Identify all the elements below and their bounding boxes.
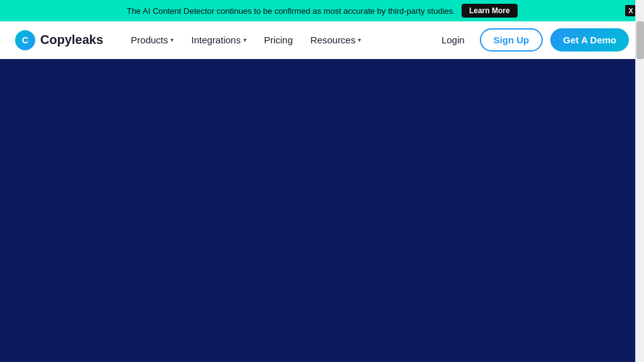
navbar: C Copyleaks Products ▾ Integrations ▾ Pr… <box>0 21 644 59</box>
chevron-down-icon: ▾ <box>243 36 247 43</box>
announcement-text: The AI Content Detector continues to be … <box>126 6 455 16</box>
scrollbar-thumb[interactable] <box>636 21 644 59</box>
scrollbar-track[interactable] <box>635 0 644 362</box>
learn-more-button[interactable]: Learn More <box>462 4 518 18</box>
nav-item-pricing[interactable]: Pricing <box>257 30 301 50</box>
nav-item-products[interactable]: Products ▾ <box>123 30 181 50</box>
nav-resources-label: Resources <box>311 35 356 45</box>
nav-items: Products ▾ Integrations ▾ Pricing Resour… <box>123 30 434 50</box>
get-demo-button[interactable]: Get A Demo <box>550 28 629 52</box>
logo-text: Copyleaks <box>40 33 103 47</box>
main-content <box>0 59 644 362</box>
nav-products-label: Products <box>131 35 168 45</box>
login-button[interactable]: Login <box>434 30 472 50</box>
logo-icon: C <box>15 30 35 50</box>
signup-button[interactable]: Sign Up <box>480 28 543 52</box>
chevron-down-icon: ▾ <box>170 36 174 43</box>
nav-pricing-label: Pricing <box>264 35 293 45</box>
nav-actions: Login Sign Up Get A Demo <box>434 28 629 52</box>
nav-integrations-label: Integrations <box>191 35 240 45</box>
nav-item-integrations[interactable]: Integrations ▾ <box>184 30 253 50</box>
announcement-bar: The AI Content Detector continues to be … <box>0 0 644 21</box>
chevron-down-icon: ▾ <box>358 36 361 43</box>
logo[interactable]: C Copyleaks <box>15 30 103 50</box>
nav-item-resources[interactable]: Resources ▾ <box>303 30 369 50</box>
